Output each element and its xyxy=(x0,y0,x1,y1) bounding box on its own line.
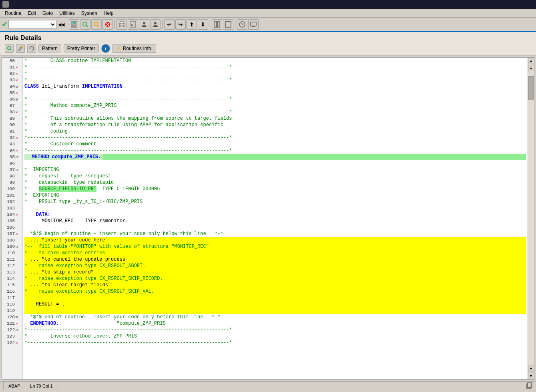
action-bar-buttons: Pattern Pretty Printer i ⚠ Routines Info… xyxy=(5,44,531,53)
scroll-up2-btn[interactable]: ▲ xyxy=(528,65,534,71)
fold-icon[interactable]: ⊟ xyxy=(16,245,20,249)
help-btn[interactable]: ? xyxy=(237,19,247,30)
code-line[interactable]: MONITOR_REC TYPE rsmonitor. xyxy=(24,218,526,224)
menu-routine[interactable]: Routine xyxy=(2,10,24,17)
pattern-icon-btn[interactable] xyxy=(5,44,14,53)
view2-btn[interactable] xyxy=(223,19,233,30)
code-line[interactable] xyxy=(24,295,526,301)
fold-icon[interactable]: ⊟ xyxy=(16,168,20,172)
code-line[interactable]: *---------------------------------------… xyxy=(24,147,526,154)
menu-edit[interactable]: Edit xyxy=(24,10,39,17)
pretty-printer-btn[interactable]: Pretty Printer xyxy=(64,44,99,52)
code-line[interactable]: * xyxy=(24,70,526,77)
print2-btn[interactable]: ≡ xyxy=(128,19,138,30)
line-number-row: 117 xyxy=(4,295,21,301)
code-line[interactable]: *---------------------------------------… xyxy=(24,135,526,141)
menu-help[interactable]: Help xyxy=(100,10,117,17)
code-line[interactable]: *- to make monitor entries xyxy=(24,250,526,256)
code-line[interactable] xyxy=(24,308,526,314)
stop-btn[interactable] xyxy=(102,19,113,30)
menu-goto[interactable]: Goto xyxy=(39,10,56,17)
line-num: 123 xyxy=(4,334,15,339)
scroll-down2-btn[interactable]: ▼ xyxy=(528,366,534,372)
code-line[interactable] xyxy=(24,224,526,231)
print-btn[interactable] xyxy=(116,19,127,30)
fold-icon[interactable]: ⊟ xyxy=(16,84,20,88)
code-line[interactable]: *-- fill table "MONITOR" with values of … xyxy=(24,243,526,250)
code-line[interactable]: * raise exception type CX_RSROUT_SKIP_RE… xyxy=(24,275,526,282)
code-line[interactable]: * request type rsrequest xyxy=(24,173,526,179)
fold-icon[interactable]: ⊟ xyxy=(16,155,20,159)
code-line[interactable]: *---------------------------------------… xyxy=(24,77,526,83)
fold-icon: ✕ xyxy=(16,341,20,345)
code-line[interactable] xyxy=(24,90,526,96)
code-line[interactable]: *---------------------------------------… xyxy=(24,96,526,103)
user2-btn[interactable]: + xyxy=(150,19,161,30)
code-line[interactable]: *---------------------------------------… xyxy=(24,109,526,115)
monitor-btn[interactable] xyxy=(248,19,259,30)
code-line[interactable]: RESULT = . xyxy=(24,301,526,308)
refresh-icon-btn[interactable] xyxy=(27,44,36,53)
code-line[interactable]: * Method compute_ZMP_PRIS xyxy=(24,103,526,109)
line-number-row: 107✕ xyxy=(4,231,21,237)
code-line[interactable]: * coding. xyxy=(24,128,526,135)
code-line[interactable]: CLASS lcl_transform IMPLEMENTATION. xyxy=(24,83,526,90)
code-line[interactable]: * IMPORTING xyxy=(24,167,526,173)
save-btn[interactable] xyxy=(69,19,79,30)
code-line[interactable]: ... "insert your code here xyxy=(24,237,526,243)
code-area[interactable]: 8081✕82✕83✕84⊟85✕86⊟8788✕89909192✕9394✕9… xyxy=(2,58,528,379)
undo-btn[interactable]: ↩ xyxy=(164,19,175,30)
code-line[interactable]: *$*$ begin of routine - insert your code… xyxy=(24,231,526,237)
menu-utilities[interactable]: Utilities xyxy=(56,10,78,17)
code-line[interactable]: * datapackid type rsdatapid xyxy=(24,179,526,186)
code-line[interactable]: *---------------------------------------… xyxy=(24,340,526,346)
routines-info-btn[interactable]: ⚠ Routines Info. xyxy=(112,44,156,53)
editor-container: 8081✕82✕83✕84⊟85✕86⊟8788✕89909192✕9394✕9… xyxy=(2,57,534,380)
view1-btn[interactable] xyxy=(212,19,222,30)
code-line[interactable]: ... "to cancel the update process xyxy=(24,256,526,263)
code-line[interactable]: * raise exception type CX_RSROUT_SKIP_VA… xyxy=(24,288,526,295)
code-line[interactable]: ENDMETHOD. "compute_ZMP_PRIS xyxy=(24,320,526,327)
up-btn[interactable]: ⬆ xyxy=(187,19,197,30)
code-line[interactable]: * raise exception type CX_RSROUT_ABORT. xyxy=(24,263,526,269)
fold-icon[interactable]: ⊟ xyxy=(16,97,20,101)
code-line[interactable]: METHOD compute_ZMP_PRIS. xyxy=(24,154,526,160)
line-number-row: 118 xyxy=(4,301,21,308)
code-line[interactable] xyxy=(24,205,526,211)
scroll-track[interactable] xyxy=(528,71,534,366)
scrollbar-vertical[interactable]: ▲ ▲ ▼ ▼ xyxy=(528,58,534,379)
redo-btn[interactable]: ↪ xyxy=(175,19,186,30)
user1-btn[interactable] xyxy=(139,19,149,30)
brush-icon-btn[interactable] xyxy=(16,44,25,53)
code-line[interactable]: ... "to clear target fields xyxy=(24,282,526,288)
code-line[interactable]: * of a transformation rule using ABAP fo… xyxy=(24,122,526,128)
menu-system[interactable]: System xyxy=(78,10,100,17)
code-line[interactable]: * SOURCE_FIELDS-ID_PRI TYPE C LENGTH 000… xyxy=(24,186,526,192)
code-line[interactable]: DATA: xyxy=(24,211,526,218)
scroll-down-btn[interactable]: ▼ xyxy=(528,373,534,379)
pattern-btn[interactable]: Pattern xyxy=(38,44,61,52)
code-line[interactable]: *---------------------------------------… xyxy=(24,64,526,70)
find-next-btn[interactable] xyxy=(91,19,102,30)
fold-icon[interactable]: ⊟ xyxy=(16,328,20,332)
code-line[interactable] xyxy=(24,160,526,167)
down-btn[interactable]: ⬇ xyxy=(198,19,208,30)
code-line[interactable]: * RESULT type _ty_s_TG_1-/BIC/ZMP_PRIS xyxy=(24,199,526,205)
info-btn[interactable]: i xyxy=(101,44,110,53)
code-line[interactable]: * CLASS routine IMPLEMENTATION xyxy=(24,58,526,64)
fold-icon[interactable]: ⊟ xyxy=(16,315,20,319)
scroll-thumb[interactable] xyxy=(528,76,534,100)
scroll-up-btn[interactable]: ▲ xyxy=(528,58,534,64)
status-seg4 xyxy=(90,382,122,390)
copy-icon[interactable] xyxy=(526,382,533,390)
code-line[interactable]: * EXPORTING xyxy=(24,192,526,199)
svg-text:+: + xyxy=(156,24,158,27)
find-btn[interactable] xyxy=(80,19,90,30)
code-line[interactable]: ... "to skip a record" xyxy=(24,269,526,275)
code-line[interactable]: *$*$ end of routine - insert your code o… xyxy=(24,314,526,320)
code-line[interactable]: * This subroutine allows the mapping fro… xyxy=(24,115,526,122)
code-line[interactable]: * Customer comment: xyxy=(24,141,526,147)
code-line[interactable]: *---------------------------------------… xyxy=(24,327,526,333)
toolbar-select[interactable] xyxy=(8,20,56,29)
code-line[interactable]: * Inverse method invert_ZMP_PRIS xyxy=(24,333,526,340)
